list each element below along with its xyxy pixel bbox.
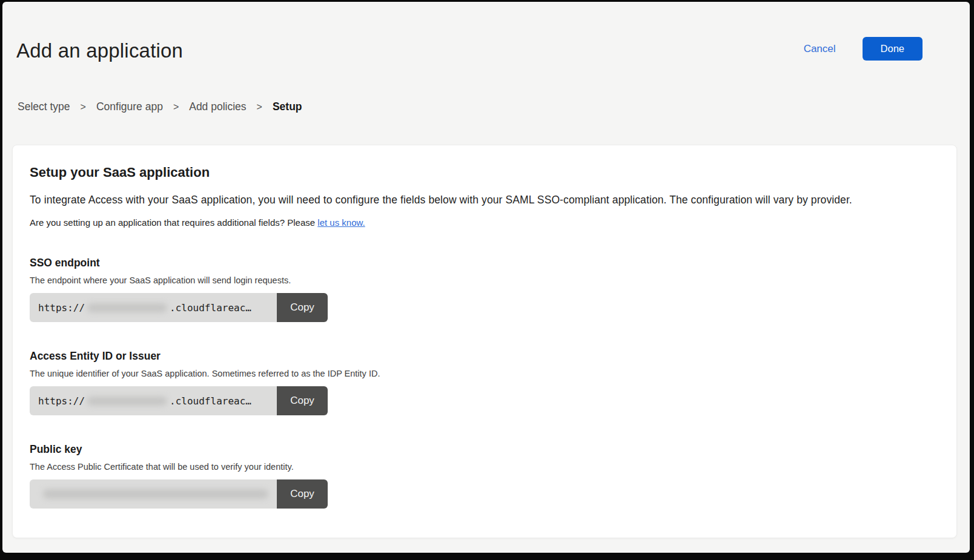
public-key-value	[30, 479, 277, 509]
access-entity-id-value: https:// .cloudflareac…	[30, 386, 277, 415]
card-intro-text: To integrate Access with your SaaS appli…	[30, 194, 939, 206]
app-window: Add an application Cancel Done Select ty…	[2, 2, 970, 553]
field-description: The endpoint where your SaaS application…	[30, 275, 939, 285]
sso-endpoint-copy-row: https:// .cloudflareac… Copy	[30, 293, 328, 322]
setup-card: Setup your SaaS application To integrate…	[12, 145, 957, 538]
header-actions: Cancel Done	[804, 37, 923, 61]
card-note-text: Are you setting up an application that r…	[30, 217, 317, 228]
card-heading: Setup your SaaS application	[30, 165, 939, 180]
field-group-public-key: Public key The Access Public Certificate…	[30, 443, 939, 509]
breadcrumb-step-add-policies[interactable]: Add policies	[189, 100, 246, 113]
page-title: Add an application	[16, 39, 183, 62]
field-description: The unique identifier of your SaaS appli…	[30, 369, 939, 378]
breadcrumb-step-setup: Setup	[273, 100, 302, 113]
redacted-value-blur	[43, 489, 268, 499]
field-label: SSO endpoint	[30, 257, 939, 269]
breadcrumb-separator: >	[173, 102, 179, 113]
done-button[interactable]: Done	[863, 37, 923, 61]
sso-endpoint-copy-button[interactable]: Copy	[277, 293, 328, 322]
value-suffix: .cloudflareac…	[170, 395, 251, 407]
let-us-know-link[interactable]: let us know.	[317, 217, 365, 228]
sso-endpoint-value: https:// .cloudflareac…	[30, 293, 277, 322]
access-entity-id-copy-button[interactable]: Copy	[277, 386, 328, 415]
value-prefix: https://	[38, 302, 85, 314]
field-label: Public key	[30, 443, 939, 456]
card-note: Are you setting up an application that r…	[30, 217, 939, 228]
breadcrumb-step-configure-app[interactable]: Configure app	[96, 100, 163, 113]
breadcrumb: Select type > Configure app > Add polici…	[18, 100, 302, 113]
breadcrumb-step-select-type[interactable]: Select type	[18, 100, 70, 113]
field-description: The Access Public Certificate that will …	[30, 462, 939, 472]
redacted-value-blur	[87, 397, 167, 406]
value-prefix: https://	[38, 395, 85, 407]
redacted-value-blur	[87, 303, 167, 312]
field-group-sso-endpoint: SSO endpoint The endpoint where your Saa…	[30, 257, 939, 322]
value-suffix: .cloudflareac…	[170, 302, 251, 314]
field-label: Access Entity ID or Issuer	[30, 350, 939, 363]
cancel-button[interactable]: Cancel	[804, 43, 836, 55]
field-group-access-entity-id: Access Entity ID or Issuer The unique id…	[30, 350, 939, 415]
access-entity-id-copy-row: https:// .cloudflareac… Copy	[30, 386, 328, 415]
breadcrumb-separator: >	[257, 102, 262, 113]
public-key-copy-button[interactable]: Copy	[277, 479, 328, 509]
breadcrumb-separator: >	[81, 102, 86, 113]
public-key-copy-row: Copy	[30, 479, 328, 509]
